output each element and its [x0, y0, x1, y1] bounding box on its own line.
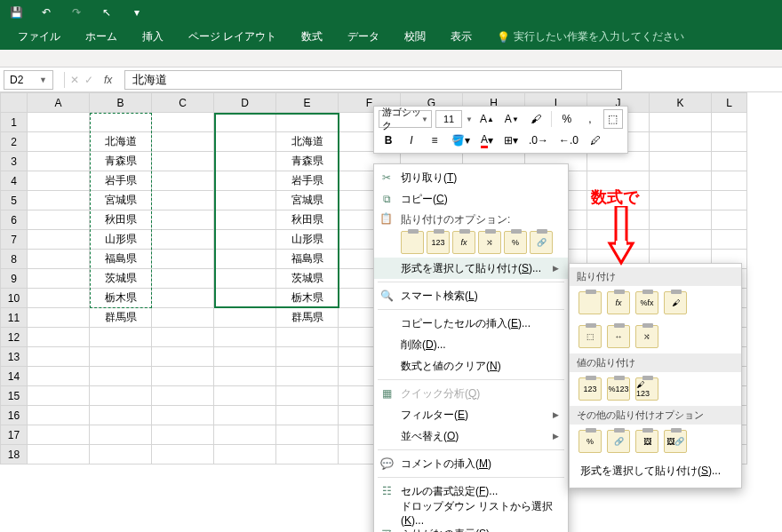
font-color-icon[interactable]: A▾: [477, 131, 497, 150]
tab-review[interactable]: 校閲: [392, 24, 438, 50]
row-header[interactable]: 2: [1, 132, 28, 152]
cell[interactable]: [276, 386, 339, 406]
cell[interactable]: [587, 171, 650, 191]
cell[interactable]: [650, 152, 712, 171]
paste-all-option[interactable]: [401, 231, 424, 254]
cell[interactable]: 青森県: [276, 152, 339, 171]
bold-button[interactable]: B: [379, 131, 398, 150]
align-left-icon[interactable]: ≡: [425, 131, 444, 150]
cell[interactable]: [214, 230, 276, 250]
cell[interactable]: [152, 250, 214, 269]
cell[interactable]: 栃木県: [276, 289, 339, 308]
cell[interactable]: [152, 328, 214, 347]
cell[interactable]: 北海道: [90, 132, 152, 152]
ctx-paste-special[interactable]: 形式を選択して貼り付け(S)...▶: [374, 258, 568, 279]
cell[interactable]: [152, 113, 214, 132]
row-header[interactable]: 7: [1, 230, 28, 250]
cell[interactable]: 秋田県: [90, 210, 152, 230]
cell[interactable]: [214, 152, 276, 171]
row-header[interactable]: 4: [1, 171, 28, 191]
cell[interactable]: [28, 308, 90, 328]
cell[interactable]: [214, 367, 276, 386]
save-button[interactable]: 💾: [5, 2, 27, 23]
cell[interactable]: [214, 171, 276, 191]
cell[interactable]: [28, 191, 90, 210]
paste-linked-picture[interactable]: 🖼🔗: [664, 430, 687, 453]
cell[interactable]: 群馬県: [90, 308, 152, 328]
paste-values-number-format[interactable]: %123: [607, 377, 630, 401]
cell[interactable]: [152, 152, 214, 171]
row-header[interactable]: 15: [1, 386, 28, 406]
ctx-smart-lookup[interactable]: 🔍スマート検索(L): [374, 285, 568, 306]
cell[interactable]: [90, 367, 152, 386]
cell[interactable]: [90, 425, 152, 445]
name-box[interactable]: D2 ▼: [4, 70, 53, 90]
row-header[interactable]: 5: [1, 191, 28, 210]
cell[interactable]: [152, 347, 214, 367]
fx-icon[interactable]: fx: [99, 74, 117, 86]
cell[interactable]: 青森県: [90, 152, 152, 171]
row-header[interactable]: 14: [1, 367, 28, 386]
paste-values-source-format[interactable]: 🖌123: [635, 377, 658, 401]
paste-keep-source-formatting[interactable]: 🖌: [664, 291, 687, 314]
cell[interactable]: [276, 347, 339, 367]
redo-button[interactable]: ↷: [66, 2, 87, 23]
cell[interactable]: [276, 328, 339, 347]
cell[interactable]: [28, 406, 90, 425]
row-header[interactable]: 17: [1, 425, 28, 445]
tab-formula[interactable]: 数式: [289, 24, 335, 50]
cell[interactable]: [276, 445, 339, 465]
paste-formulas-number-format[interactable]: %fx: [635, 291, 658, 314]
cell[interactable]: [90, 328, 152, 347]
cell[interactable]: [587, 152, 650, 171]
paste-link-option[interactable]: 🔗: [530, 231, 553, 254]
ctx-delete[interactable]: 削除(D)...: [374, 334, 568, 355]
cell[interactable]: [28, 347, 90, 367]
cell[interactable]: [712, 230, 747, 250]
cell[interactable]: [152, 308, 214, 328]
row-header[interactable]: 18: [1, 445, 28, 465]
font-name-combo[interactable]: 游ゴシック▼: [379, 110, 432, 128]
tab-data[interactable]: データ: [335, 24, 392, 50]
col-header[interactable]: K: [650, 93, 712, 113]
cell[interactable]: [214, 347, 276, 367]
ctx-cut[interactable]: ✂切り取り(T): [374, 167, 568, 188]
paste-link[interactable]: 🔗: [607, 430, 630, 453]
cell[interactable]: 山形県: [276, 230, 339, 250]
cell[interactable]: [214, 289, 276, 308]
col-header[interactable]: C: [152, 93, 214, 113]
paste-transpose[interactable]: ⤭: [635, 325, 658, 348]
cell[interactable]: 北海道: [276, 132, 339, 152]
ctx-dropdown-list[interactable]: ドロップダウン リストから選択(K)...: [374, 502, 568, 523]
cell[interactable]: [152, 289, 214, 308]
cell[interactable]: 宮城県: [90, 191, 152, 210]
ctx-sort[interactable]: 並べ替え(O)▶: [374, 425, 568, 447]
enter-formula-icon[interactable]: ✓: [84, 74, 93, 86]
cell[interactable]: [276, 425, 339, 445]
cell[interactable]: [214, 308, 276, 328]
paste-values[interactable]: 123: [579, 377, 602, 401]
ctx-filter[interactable]: フィルター(E)▶: [374, 404, 568, 425]
cell[interactable]: [276, 367, 339, 386]
cell[interactable]: [90, 386, 152, 406]
row-header[interactable]: 1: [1, 113, 28, 132]
comma-style-icon[interactable]: ,: [580, 109, 600, 129]
cell[interactable]: [28, 445, 90, 465]
cell[interactable]: [152, 210, 214, 230]
row-header[interactable]: 11: [1, 308, 28, 328]
cell[interactable]: [712, 171, 747, 191]
cell[interactable]: 茨城県: [90, 269, 152, 289]
paste-formulas-option[interactable]: fx: [452, 231, 475, 254]
cell[interactable]: [587, 210, 650, 230]
cell[interactable]: [650, 171, 712, 191]
ctx-insert-copied[interactable]: コピーしたセルの挿入(E)...: [374, 313, 568, 334]
cell[interactable]: [276, 406, 339, 425]
customize-qat-button[interactable]: ▾: [126, 2, 148, 23]
tab-page-layout[interactable]: ページ レイアウト: [176, 24, 289, 50]
ctx-show-furigana[interactable]: アふりがなの表示(S): [374, 523, 568, 532]
cell[interactable]: [214, 250, 276, 269]
cell[interactable]: [28, 132, 90, 152]
paste-values-option[interactable]: 123: [427, 231, 450, 254]
cell[interactable]: [214, 191, 276, 210]
cell[interactable]: [214, 210, 276, 230]
